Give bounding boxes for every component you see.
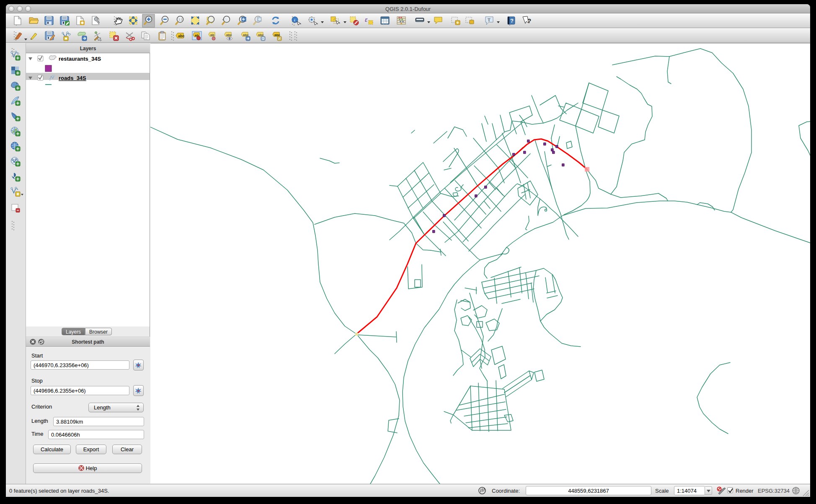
svg-text:?: ? [527,17,531,24]
svg-text:abc: abc [243,33,249,37]
svg-text:abc: abc [258,33,264,37]
svg-text:T: T [488,17,491,22]
svg-text:roads_34S: roads_34S [59,75,86,81]
svg-text:abc: abc [178,34,185,38]
svg-text:?: ? [510,18,514,24]
svg-text:abc: abc [274,33,280,37]
svg-text:ε: ε [365,16,368,23]
svg-text:abc: abc [226,33,232,37]
svg-text:1:1: 1:1 [178,18,183,21]
svg-text:restaurants_34S: restaurants_34S [59,56,101,62]
